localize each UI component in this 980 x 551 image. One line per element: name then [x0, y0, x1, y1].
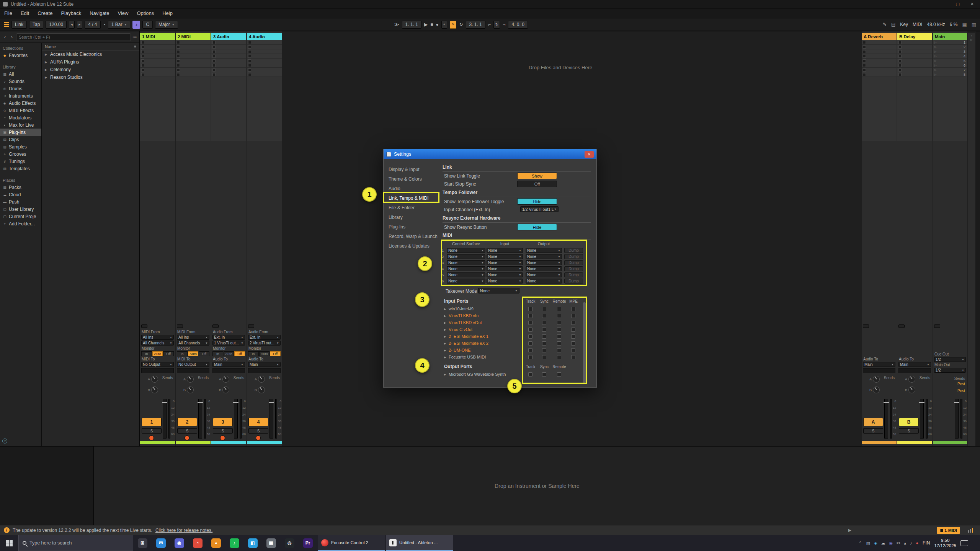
clip-stop-button[interactable]	[212, 68, 216, 72]
midi-output-chooser[interactable]: None▼	[526, 260, 562, 265]
monitor-auto-button[interactable]: Auto	[259, 351, 270, 356]
clip-stop-button[interactable]	[141, 50, 144, 53]
stop-all-clips-icon[interactable]: ▪	[971, 34, 972, 37]
sidebar-item-place[interactable]: ▬ Push	[0, 198, 41, 205]
mpe-checkbox[interactable]	[571, 314, 575, 318]
clip-slot[interactable]	[140, 72, 175, 77]
midi-track-badge[interactable]: 1-MIDI	[937, 527, 960, 534]
expander-icon[interactable]: ▶	[444, 342, 446, 345]
filter-icon[interactable]: ≔	[132, 34, 137, 40]
settings-close-button[interactable]: ✕	[585, 151, 594, 158]
detail-panel-toggle-icon[interactable]: ▥	[972, 22, 976, 28]
send-b-knob[interactable]	[222, 386, 229, 393]
clip-slot[interactable]	[140, 45, 175, 49]
monitor-in-button[interactable]: In	[248, 351, 259, 356]
track-activator[interactable]: 4	[248, 418, 268, 426]
clip-slot[interactable]	[897, 40, 932, 45]
clip-slot[interactable]	[176, 72, 211, 77]
track-activator[interactable]: A	[863, 418, 883, 426]
track-header[interactable]: 1 MIDI	[140, 33, 175, 40]
solo-button[interactable]: S	[213, 428, 233, 434]
settings-tab[interactable]: Audio	[384, 184, 439, 193]
expander-icon[interactable]: ▶	[444, 315, 446, 318]
remote-checkbox[interactable]	[557, 328, 561, 332]
midi-output-chooser[interactable]: None▼	[526, 272, 562, 277]
clip-stop-button[interactable]	[212, 55, 216, 58]
expander-icon[interactable]: ▶	[45, 68, 48, 72]
clip-stop-button[interactable]	[863, 73, 866, 76]
browser-list-item[interactable]: ▶ Access Music Electronics	[42, 51, 139, 58]
mpe-checkbox[interactable]	[571, 341, 575, 346]
clip-stop-button[interactable]	[898, 64, 902, 67]
clip-stop-button[interactable]	[863, 68, 866, 72]
tempo-field[interactable]: 120.00	[46, 21, 67, 29]
output-chooser[interactable]: Main▼	[212, 362, 245, 367]
overdub-button[interactable]: +	[441, 21, 447, 29]
midi-input-chooser[interactable]: None▼	[487, 260, 523, 265]
key-root-chooser[interactable]: C	[142, 21, 153, 29]
quantization-chooser[interactable]: 1 Bar▼	[108, 21, 131, 29]
tray-icon[interactable]: ◈	[874, 541, 877, 546]
taskbar-window-ableton[interactable]: Untitled - Ableton ...	[386, 535, 453, 551]
monitor-off-button[interactable]: Off	[199, 351, 209, 356]
input-channel-chooser[interactable]: 2 VirusTI out...▼	[248, 341, 281, 346]
output-chooser[interactable]: Main▼	[863, 362, 895, 367]
clip-stop-button[interactable]	[177, 73, 180, 76]
clip-slot[interactable]	[862, 49, 897, 54]
tray-icon[interactable]: ▤	[866, 541, 870, 546]
clip-slot[interactable]	[247, 68, 282, 72]
tray-icon[interactable]: ◉	[889, 541, 893, 546]
sidebar-item-library[interactable]: ▧ Templates	[0, 165, 41, 172]
sidebar-item-library[interactable]: ▤ Clips	[0, 136, 41, 143]
clip-slot[interactable]	[862, 59, 897, 63]
taskbar-app-button[interactable]: ◧	[243, 535, 262, 551]
sidebar-item-library[interactable]: ◐ Max for Live	[0, 121, 41, 129]
input-channel-chooser[interactable]: 1/2 VirusTI out1 L▼	[520, 206, 559, 212]
clip-stop-button[interactable]	[177, 64, 180, 67]
sidebar-item-library[interactable]: ▦ All	[0, 70, 41, 78]
clip-slot[interactable]	[247, 49, 282, 54]
main-track-header[interactable]: Main	[933, 33, 967, 40]
solo-button[interactable]: S	[899, 428, 919, 434]
volume-fader[interactable]	[163, 399, 167, 439]
clip-slot[interactable]	[176, 40, 211, 45]
fader-handle[interactable]	[233, 402, 238, 403]
main-out-chooser[interactable]: 1/2▼	[934, 368, 966, 373]
taskbar-app-button[interactable]: ▦	[262, 535, 280, 551]
menu-item[interactable]: File	[0, 10, 16, 16]
fader-handle[interactable]	[198, 402, 203, 403]
track-activator[interactable]: B	[899, 418, 919, 426]
sidebar-item-library[interactable]: ♫ Instruments	[0, 92, 41, 99]
level-meter-icon[interactable]	[968, 528, 973, 533]
taskbar-clock[interactable]: 9.50 17/12/2025	[934, 538, 956, 549]
scene-play-icon[interactable]: ▷	[934, 50, 936, 53]
clip-slot[interactable]	[211, 68, 246, 72]
clip-stop-button[interactable]	[177, 55, 180, 58]
sidebar-item-library[interactable]: ▥ Samples	[0, 143, 41, 150]
scene-play-icon[interactable]: ▷	[934, 68, 936, 72]
taskbar-app-button[interactable]: ✉	[152, 535, 170, 551]
control-surface-chooser[interactable]: None▼	[447, 254, 485, 259]
key-map-label[interactable]: Key	[900, 22, 908, 27]
send-b-post-toggle[interactable]: Post	[957, 389, 965, 393]
clip-slot[interactable]	[247, 59, 282, 63]
sidebar-item-library[interactable]: ♯ Tunings	[0, 158, 41, 165]
clip-slot[interactable]	[862, 72, 897, 77]
volume-fader[interactable]	[920, 399, 924, 439]
stop-button[interactable]: ■	[430, 22, 433, 27]
browser-list-item[interactable]: ▶ Celemony	[42, 66, 139, 73]
clip-slot[interactable]	[211, 63, 246, 68]
midi-map-label[interactable]: MIDI	[913, 22, 922, 27]
arm-button[interactable]	[149, 435, 154, 440]
clip-slot[interactable]	[247, 45, 282, 49]
scene-slot[interactable]: ▷ 4	[933, 54, 967, 59]
taskbar-app-button[interactable]: ♪	[225, 535, 243, 551]
scale-name-chooser[interactable]: Major▼	[155, 21, 178, 29]
mpe-checkbox[interactable]	[571, 321, 575, 325]
clip-stop-button[interactable]	[898, 55, 902, 58]
clip-slot[interactable]	[897, 49, 932, 54]
clip-stop-button[interactable]	[212, 73, 216, 76]
taskbar-app-button[interactable]: ◕	[207, 535, 225, 551]
taskbar-search[interactable]: Type here to search	[18, 535, 133, 551]
browser-back-button[interactable]: ‹	[2, 34, 8, 40]
